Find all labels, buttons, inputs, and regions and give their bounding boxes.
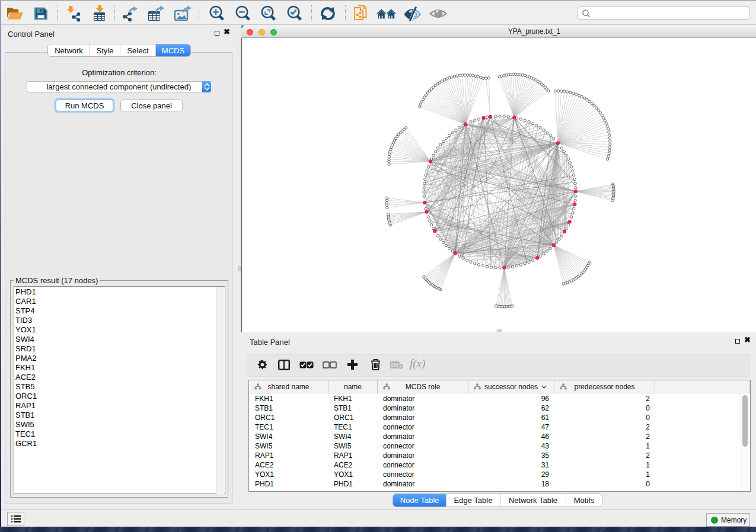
svg-text:f(x): f(x) (410, 357, 425, 370)
